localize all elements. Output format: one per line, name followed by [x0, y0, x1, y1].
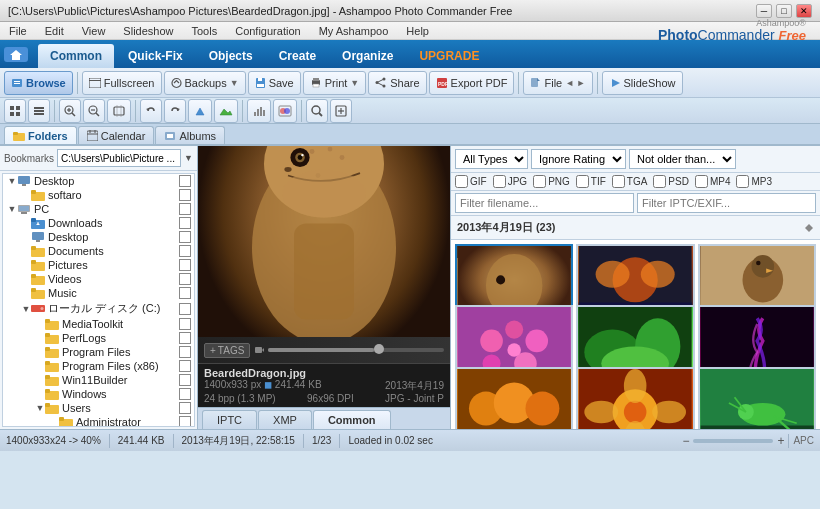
tree-item-desktop2[interactable]: Desktop	[3, 230, 194, 244]
type-filter[interactable]: All Types	[455, 149, 528, 169]
tree-checkbox[interactable]	[179, 346, 191, 358]
navtab-objects[interactable]: Objects	[197, 44, 265, 68]
rotate-left-button[interactable]	[140, 99, 162, 123]
tree-item-mediatoolkit[interactable]: MediaToolkit	[3, 317, 194, 331]
tab-albums[interactable]: Albums	[155, 126, 225, 144]
tree-checkbox[interactable]	[179, 374, 191, 386]
tab-calendar[interactable]: Calendar	[78, 126, 155, 144]
tree-item-win11builder[interactable]: Win11Builder	[3, 373, 194, 387]
tree-item-windows[interactable]: Windows	[3, 387, 194, 401]
navtab-create[interactable]: Create	[267, 44, 328, 68]
tree-item-perflogs[interactable]: PerfLogs	[3, 331, 194, 345]
enlarge-button[interactable]	[330, 99, 352, 123]
tree-checkbox[interactable]	[179, 273, 191, 285]
png-checkbox[interactable]	[533, 175, 546, 188]
psd-checkbox[interactable]	[653, 175, 666, 188]
tree-item-documents[interactable]: Documents	[3, 244, 194, 258]
tree-checkbox[interactable]	[179, 360, 191, 372]
tree-checkbox[interactable]	[179, 231, 191, 243]
browse-button[interactable]: Browse	[4, 71, 73, 95]
tree-item-downloads[interactable]: Downloads	[3, 216, 194, 230]
close-button[interactable]: ✕	[796, 4, 812, 18]
rotate-right-button[interactable]	[164, 99, 186, 123]
tree-checkbox[interactable]	[179, 416, 191, 427]
backups-button[interactable]: Backups ▼	[164, 71, 246, 95]
bookmarks-dropdown[interactable]: ▼	[184, 153, 193, 163]
tree-item-desktop[interactable]: ▼ Desktop	[3, 174, 194, 188]
tree-item-administrator[interactable]: Administrator	[3, 415, 194, 427]
tree-checkbox[interactable]	[179, 189, 191, 201]
bookmarks-path[interactable]: C:\Users\Public\Picture ...	[57, 149, 181, 167]
tree-checkbox[interactable]	[179, 332, 191, 344]
add-tag-button[interactable]: + TAGS	[204, 343, 250, 358]
tab-folders[interactable]: Folders	[4, 126, 77, 144]
tree-item-videos[interactable]: Videos	[3, 272, 194, 286]
gif-checkbox[interactable]	[455, 175, 468, 188]
filter-gif[interactable]: GIF	[455, 175, 487, 188]
menu-configuration[interactable]: Configuration	[232, 24, 303, 38]
grid-view-button[interactable]	[4, 99, 26, 123]
tree-item-programfiles86[interactable]: Program Files (x86)	[3, 359, 194, 373]
fullscreen-button[interactable]: Fullscreen	[82, 71, 162, 95]
thumbnail-6[interactable]	[455, 367, 573, 429]
age-filter[interactable]: Not older than...	[629, 149, 736, 169]
navtab-upgrade[interactable]: UPGRADE	[407, 44, 491, 68]
bottom-tab-iptc[interactable]: IPTC	[202, 410, 257, 429]
filter-tga[interactable]: TGA	[612, 175, 648, 188]
tree-checkbox[interactable]	[179, 402, 191, 414]
filter-tif[interactable]: TIF	[576, 175, 606, 188]
zoom-large-button[interactable]	[306, 99, 328, 123]
thumbnail-8[interactable]	[698, 367, 816, 429]
share-button[interactable]: Share	[368, 71, 426, 95]
home-button[interactable]	[4, 40, 32, 68]
slideshow-button[interactable]: SlideShow	[602, 71, 683, 95]
tree-item-programfiles[interactable]: Program Files	[3, 345, 194, 359]
zoom-out-button[interactable]	[83, 99, 105, 123]
menu-slideshow[interactable]: Slideshow	[120, 24, 176, 38]
save-button[interactable]: Save	[248, 71, 301, 95]
color-adjust-button[interactable]	[273, 99, 297, 123]
filter-png[interactable]: PNG	[533, 175, 570, 188]
maximize-button[interactable]: □	[776, 4, 792, 18]
filter-psd[interactable]: PSD	[653, 175, 689, 188]
file-button[interactable]: File ◄ ►	[523, 71, 592, 95]
tree-item-music[interactable]: Music	[3, 286, 194, 300]
tree-checkbox[interactable]	[179, 217, 191, 229]
tif-checkbox[interactable]	[576, 175, 589, 188]
menu-myashampoo[interactable]: My Ashampoo	[316, 24, 392, 38]
tree-checkbox[interactable]	[179, 245, 191, 257]
navtab-organize[interactable]: Organize	[330, 44, 405, 68]
list-view-button[interactable]	[28, 99, 50, 123]
histogram-button[interactable]	[247, 99, 271, 123]
iptc-filter[interactable]	[637, 193, 816, 213]
tree-checkbox[interactable]	[179, 287, 191, 299]
bottom-tab-common[interactable]: Common	[313, 410, 391, 429]
menu-view[interactable]: View	[79, 24, 109, 38]
minimize-button[interactable]: ─	[756, 4, 772, 18]
mountain2-icon-btn[interactable]	[214, 99, 238, 123]
filter-jpg[interactable]: JPG	[493, 175, 527, 188]
zoom-in-button[interactable]	[59, 99, 81, 123]
tree-item-softaro[interactable]: softaro	[3, 188, 194, 202]
filter-mp3[interactable]: MP3	[736, 175, 772, 188]
tree-checkbox[interactable]	[179, 388, 191, 400]
tree-checkbox[interactable]	[179, 303, 191, 315]
tree-item-pc[interactable]: ▼ PC	[3, 202, 194, 216]
navtab-quickfix[interactable]: Quick-Fix	[116, 44, 195, 68]
filename-filter[interactable]	[455, 193, 634, 213]
tree-item-disk-c[interactable]: ▼ ローカル ディスク (C:)	[3, 300, 194, 317]
export-pdf-button[interactable]: PDF Export PDF	[429, 71, 515, 95]
tree-checkbox[interactable]	[179, 259, 191, 271]
tree-item-users[interactable]: ▼ Users	[3, 401, 194, 415]
thumbnail-7[interactable]	[576, 367, 694, 429]
zoom-slider[interactable]	[693, 439, 773, 443]
menu-file[interactable]: File	[6, 24, 30, 38]
rating-filter[interactable]: Ignore Rating	[531, 149, 626, 169]
menu-edit[interactable]: Edit	[42, 24, 67, 38]
jpg-checkbox[interactable]	[493, 175, 506, 188]
tree-checkbox[interactable]	[179, 175, 191, 187]
bottom-tab-xmp[interactable]: XMP	[258, 410, 312, 429]
tree-item-pictures[interactable]: Pictures	[3, 258, 194, 272]
tags-slider[interactable]	[268, 348, 444, 352]
zoom-plus[interactable]: +	[777, 434, 784, 448]
